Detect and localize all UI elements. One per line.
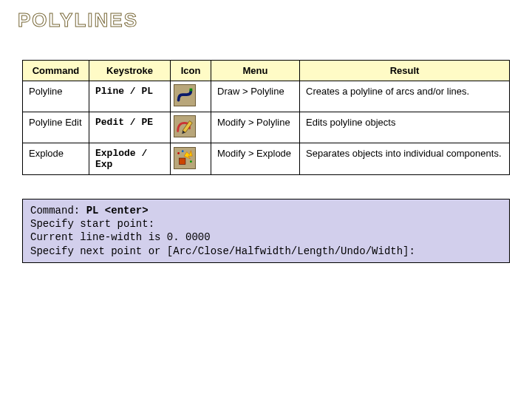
cell-menu: Modify > Polyline xyxy=(211,112,300,143)
cell-command: Polyline xyxy=(23,81,89,112)
header-keystroke: Keystroke xyxy=(89,61,171,81)
cell-menu: Modify > Explode xyxy=(211,143,300,175)
svg-point-4 xyxy=(182,150,184,152)
cell-command: Explode xyxy=(23,143,89,175)
svg-rect-1 xyxy=(180,158,185,164)
svg-point-5 xyxy=(190,160,192,163)
table-row: Explode Explode / Exp Modify > Explode S… xyxy=(23,143,510,175)
polyline-edit-icon xyxy=(174,115,196,137)
command-table: Command Keystroke Icon Menu Result Polyl… xyxy=(22,60,510,175)
header-menu: Menu xyxy=(211,61,300,81)
table-row: Polyline Pline / PL Draw > Polyline Crea… xyxy=(23,81,510,112)
console-line: Current line-width is 0. 0000 xyxy=(30,231,211,243)
svg-marker-2 xyxy=(184,150,192,158)
cell-result: Creates a polyline of arcs and/or lines. xyxy=(300,81,510,112)
cell-menu: Draw > Polyline xyxy=(211,81,300,112)
console-command: PL <enter> xyxy=(86,205,149,216)
cell-command: Polyline Edit xyxy=(23,112,89,143)
header-command: Command xyxy=(23,61,89,81)
page-title: POLYLINES xyxy=(18,9,517,32)
cell-keystroke: Pline / PL xyxy=(89,81,171,112)
cell-result: Edits polyline objects xyxy=(300,112,510,143)
console-line: Specify start point: xyxy=(30,218,154,230)
polyline-icon xyxy=(174,84,196,106)
console-line: Command: xyxy=(30,205,86,216)
cell-result: Separates objects into individual compon… xyxy=(300,143,510,175)
svg-point-3 xyxy=(177,152,180,154)
command-console: Command: PL <enter> Specify start point:… xyxy=(22,199,510,263)
cell-icon xyxy=(171,143,211,175)
header-result: Result xyxy=(300,61,510,81)
header-icon: Icon xyxy=(171,61,211,81)
console-line: Specify next point or [Arc/Close/Halfwid… xyxy=(30,245,415,257)
cell-icon xyxy=(171,81,211,112)
cell-keystroke: Explode / Exp xyxy=(89,143,171,175)
cell-icon xyxy=(171,112,211,143)
table-row: Polyline Edit Pedit / PE Modify > Polyli… xyxy=(23,112,510,143)
cell-keystroke: Pedit / PE xyxy=(89,112,171,143)
explode-icon xyxy=(174,147,196,169)
svg-rect-0 xyxy=(190,89,193,92)
